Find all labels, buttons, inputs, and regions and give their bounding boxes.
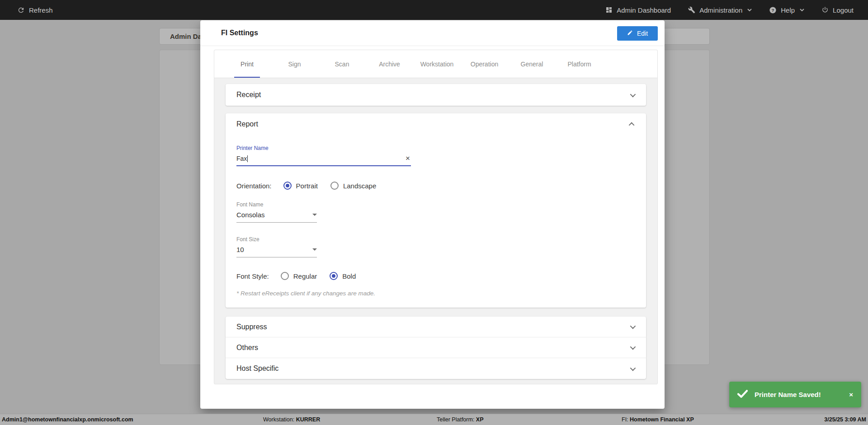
receipt-section-title: Receipt bbox=[236, 91, 261, 99]
orientation-landscape-radio[interactable] bbox=[330, 182, 339, 190]
top-navigation-bar: Refresh Admin Dashboard Administration ?… bbox=[0, 0, 868, 20]
tab-general[interactable]: General bbox=[508, 50, 556, 78]
dialog-header: FI Settings Edit bbox=[200, 20, 665, 46]
nav-admin-dashboard[interactable]: Admin Dashboard bbox=[605, 6, 671, 14]
others-section-header[interactable]: Others bbox=[226, 337, 646, 358]
fi-settings-dialog: FI Settings Edit Print Sign Scan Archive… bbox=[200, 20, 665, 409]
restart-note: * Restart eReceipts client if any change… bbox=[236, 290, 635, 297]
tab-workstation[interactable]: Workstation bbox=[413, 50, 461, 78]
status-fi-value: Hometown Financial XP bbox=[630, 416, 694, 423]
dialog-body: Print Sign Scan Archive Workstation Oper… bbox=[214, 50, 658, 384]
pencil-icon bbox=[627, 30, 633, 37]
edit-button[interactable]: Edit bbox=[617, 26, 658, 41]
tab-platform[interactable]: Platform bbox=[556, 50, 603, 78]
dialog-title: FI Settings bbox=[221, 29, 258, 37]
report-section-body: Printer Name Fax × Orientation: Portrait bbox=[226, 145, 646, 308]
orientation-portrait-label[interactable]: Portrait bbox=[296, 182, 318, 190]
status-workstation-label: Workstation: bbox=[263, 416, 294, 423]
logout-label: Logout bbox=[833, 6, 854, 14]
status-datetime: 3/25/25 3:09 AM bbox=[824, 416, 866, 423]
font-name-label: Font Name bbox=[236, 201, 317, 208]
question-circle-icon: ? bbox=[769, 6, 777, 14]
dropdown-arrow-icon bbox=[312, 214, 317, 216]
printer-name-label: Printer Name bbox=[236, 145, 635, 151]
chevron-down-icon bbox=[630, 344, 636, 350]
font-size-value: 10 bbox=[236, 246, 244, 253]
chevron-down-icon bbox=[630, 323, 636, 329]
suppress-section-title: Suppress bbox=[236, 323, 267, 331]
wrench-icon bbox=[688, 6, 695, 14]
collapsed-sections-group: Suppress Others Host Specific bbox=[226, 317, 646, 379]
orientation-portrait-radio[interactable] bbox=[283, 182, 292, 190]
font-style-regular-label[interactable]: Regular bbox=[293, 272, 317, 280]
status-teller-platform: Teller Platform: XP bbox=[437, 416, 484, 423]
tab-print[interactable]: Print bbox=[223, 50, 271, 78]
font-style-regular-radio[interactable] bbox=[281, 272, 289, 280]
orientation-label: Orientation: bbox=[236, 182, 272, 190]
logout-button[interactable]: Logout bbox=[821, 6, 854, 14]
tab-archive[interactable]: Archive bbox=[366, 50, 413, 78]
suppress-section-header[interactable]: Suppress bbox=[226, 317, 646, 337]
svg-text:?: ? bbox=[772, 8, 774, 13]
printer-name-field: Printer Name Fax × bbox=[236, 145, 635, 166]
clear-input-icon[interactable]: × bbox=[405, 155, 411, 162]
others-section-title: Others bbox=[236, 344, 258, 352]
receipt-section-header[interactable]: Receipt bbox=[226, 84, 646, 106]
chevron-down-icon bbox=[800, 9, 804, 11]
chevron-down-icon bbox=[747, 9, 752, 11]
font-style-label: Font Style: bbox=[236, 272, 269, 280]
dropdown-arrow-icon bbox=[312, 248, 317, 251]
font-size-select[interactable]: 10 bbox=[236, 246, 317, 257]
edit-button-label: Edit bbox=[637, 30, 648, 37]
refresh-label: Refresh bbox=[29, 6, 53, 14]
text-cursor bbox=[247, 155, 248, 162]
font-style-bold-label[interactable]: Bold bbox=[342, 272, 356, 280]
status-teller-platform-label: Teller Platform: bbox=[437, 416, 474, 423]
report-section: Report Printer Name Fax × bbox=[226, 113, 646, 308]
font-name-value: Consolas bbox=[236, 211, 265, 219]
font-name-field: Font Name Consolas bbox=[236, 201, 317, 223]
toast-message: Printer Name Saved! bbox=[755, 391, 821, 398]
nav-administration-menu[interactable]: Administration bbox=[688, 6, 752, 14]
accordion-area: Receipt Report Printer Name Fax bbox=[214, 78, 657, 379]
printer-name-value: Fax bbox=[236, 155, 247, 162]
font-style-field: Font Style: Regular Bold bbox=[236, 272, 635, 280]
status-fi: FI: Hometown Financial XP bbox=[622, 416, 694, 423]
toast-close-icon[interactable]: × bbox=[849, 391, 853, 398]
host-specific-section-header[interactable]: Host Specific bbox=[226, 358, 646, 379]
tab-operation[interactable]: Operation bbox=[461, 50, 508, 78]
status-user-email: Admin1@hometownfinancialxp.onmicrosoft.c… bbox=[2, 416, 133, 423]
font-size-field: Font Size 10 bbox=[236, 236, 317, 257]
nav-help-menu[interactable]: ? Help bbox=[769, 6, 804, 14]
status-workstation-value: KURRER bbox=[296, 416, 320, 423]
administration-label: Administration bbox=[699, 6, 742, 14]
dashboard-grid-icon bbox=[605, 6, 613, 14]
refresh-button[interactable]: Refresh bbox=[17, 6, 53, 14]
chevron-down-icon bbox=[630, 91, 636, 97]
printer-name-input[interactable]: Fax × bbox=[236, 154, 411, 166]
font-style-bold-radio[interactable] bbox=[330, 272, 338, 280]
receipt-section: Receipt bbox=[226, 84, 646, 106]
orientation-landscape-label[interactable]: Landscape bbox=[343, 182, 376, 190]
status-teller-platform-value: XP bbox=[476, 416, 484, 423]
check-icon bbox=[737, 390, 748, 400]
toast-notification: Printer Name Saved! × bbox=[729, 382, 861, 407]
font-size-label: Font Size bbox=[236, 236, 317, 243]
tab-scan[interactable]: Scan bbox=[318, 50, 366, 78]
status-bar: Admin1@hometownfinancialxp.onmicrosoft.c… bbox=[0, 414, 868, 425]
refresh-icon bbox=[17, 6, 25, 14]
host-specific-section-title: Host Specific bbox=[236, 364, 278, 373]
help-label: Help bbox=[781, 6, 795, 14]
chevron-up-icon bbox=[629, 122, 635, 128]
admin-dashboard-label: Admin Dashboard bbox=[617, 6, 671, 14]
status-fi-label: FI: bbox=[622, 416, 628, 423]
tab-sign[interactable]: Sign bbox=[271, 50, 318, 78]
report-section-title: Report bbox=[236, 120, 258, 128]
chevron-down-icon bbox=[630, 365, 636, 371]
status-workstation: Workstation: KURRER bbox=[263, 416, 320, 423]
report-section-header[interactable]: Report bbox=[226, 113, 646, 135]
orientation-field: Orientation: Portrait Landscape bbox=[236, 182, 635, 190]
font-name-select[interactable]: Consolas bbox=[236, 211, 317, 223]
settings-tab-bar: Print Sign Scan Archive Workstation Oper… bbox=[214, 50, 657, 78]
power-icon bbox=[821, 6, 829, 14]
